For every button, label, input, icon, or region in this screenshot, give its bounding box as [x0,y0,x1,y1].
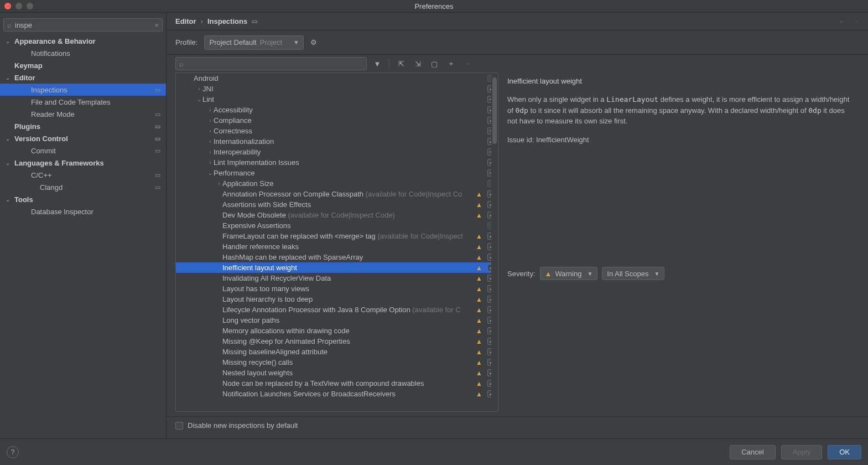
inspection-row[interactable]: Layout has too many views ▲ [176,283,498,294]
inspection-row[interactable]: ›Internationalization [176,136,498,147]
sidebar-item-reader-mode[interactable]: Reader Mode▭ [0,108,166,120]
inspection-label: Missing @Keep for Animated Properties [222,337,473,345]
severity-dropdown[interactable]: ▲ Warning ▼ [540,267,598,280]
inspection-tree[interactable]: Android ›JNI ⌄Lint ›Accessibility ›Compl… [175,73,498,412]
scrollbar[interactable] [491,73,498,411]
disable-new-label: Disable new inspections by default [188,421,298,430]
inspection-label: Application Size [222,179,473,188]
sidebar-item-commit[interactable]: Commit▭ [0,144,166,157]
sidebar-item-database-inspector[interactable]: Database Inspector [0,205,166,218]
filter-icon[interactable]: ▼ [371,58,383,70]
inspection-row[interactable]: Annotation Processor on Compile Classpat… [176,189,498,199]
inspection-row[interactable]: Dev Mode Obsolete (available for Code|In… [176,210,498,220]
inspection-row[interactable]: Nested layout weights ▲ [176,368,498,378]
gear-icon[interactable]: ⚙ [310,38,317,46]
inspection-row[interactable]: Invalidating All RecyclerView Data ▲ [176,273,498,283]
inspection-row[interactable]: ›Compliance [176,115,498,126]
add-icon[interactable]: ＋ [445,58,457,70]
inspection-row[interactable]: Missing baselineAligned attribute ▲ [176,347,498,357]
inspection-row[interactable]: Node can be replaced by a TextView with … [176,378,498,389]
warning-icon: ▲ [475,296,483,303]
inspection-row[interactable]: Missing recycle() calls ▲ [176,357,498,368]
inspection-row[interactable]: Notification Launches Services or Broadc… [176,389,498,399]
inspection-row[interactable]: ›Accessibility [176,105,498,115]
inspection-label: Nested layout weights [222,369,473,377]
warning-icon: ▲ [475,275,483,282]
sidebar-item-keymap[interactable]: Keymap [0,59,166,71]
project-indicator-icon: ▭ [155,147,160,154]
inspection-label: Expensive Assertions [222,221,473,230]
window-controls [4,3,33,9]
inspection-row[interactable]: Assertions with Side Effects ▲ [176,199,498,210]
inspection-label: JNI [202,85,473,93]
chevron-icon: › [207,149,214,155]
ok-button[interactable]: OK [828,445,861,459]
scrollbar-thumb[interactable] [492,78,497,144]
caret-down-icon: ▼ [294,39,299,45]
apply-button[interactable]: Apply [781,445,823,459]
inspection-label: Correctness [214,127,473,135]
sidebar-item-file-and-code-templates[interactable]: File and Code Templates [0,96,166,108]
sidebar-item-plugins[interactable]: Plugins▭ [0,120,166,132]
sidebar-item-editor[interactable]: ⌄Editor [0,71,166,84]
inspection-row[interactable]: Inefficient layout weight ▲ [176,262,498,273]
inspection-row[interactable]: FrameLayout can be replaced with <merge>… [176,231,498,241]
warning-icon: ▲ [475,285,483,293]
sidebar-item-tools[interactable]: ⌄Tools [0,193,166,205]
inspection-row[interactable]: Lifecycle Annotation Processor with Java… [176,304,498,315]
sidebar-item-label: Reader Mode [31,110,155,118]
chevron-icon: › [207,107,214,113]
reset-icon[interactable]: ▢ [428,58,440,70]
inspection-row[interactable]: ⌄Lint [176,94,498,105]
collapse-all-icon[interactable]: ⇲ [412,58,424,70]
forward-icon[interactable]: → [852,17,859,25]
sidebar-search[interactable]: ⌕ × [3,18,163,32]
chevron-icon: › [196,86,202,92]
inspection-search[interactable]: ⌕ [175,57,367,70]
close-window-button[interactable] [4,3,11,9]
cancel-button[interactable]: Cancel [730,445,775,459]
remove-icon[interactable]: － [461,58,474,70]
inspection-row[interactable]: Missing @Keep for Animated Properties ▲ [176,336,498,347]
inspection-row[interactable]: Handler reference leaks ▲ [176,241,498,252]
inspection-row[interactable]: Memory allocations within drawing code ▲ [176,326,498,336]
inspection-row[interactable]: Expensive Assertions [176,220,498,231]
description-body: When only a single widget in a LinearLay… [507,94,855,127]
scope-dropdown[interactable]: In All Scopes ▼ [602,267,664,280]
warning-icon: ▲ [475,211,483,219]
sidebar-item-appearance-behavior[interactable]: ⌄Appearance & Behavior [0,35,166,47]
sidebar-search-input[interactable] [15,21,154,29]
expand-all-icon[interactable]: ⇱ [395,58,407,70]
inspection-row[interactable]: ›Application Size [176,178,498,189]
chevron-icon: ⌄ [6,197,12,203]
inspection-label: Handler reference leaks [222,242,473,251]
inspection-row[interactable]: ›Lint Implementation Issues [176,157,498,168]
inspection-row[interactable]: Android [176,73,498,84]
warning-icon: ▲ [475,243,483,251]
warning-icon: ▲ [475,369,483,377]
inspection-row[interactable]: Layout hierarchy is too deep ▲ [176,294,498,304]
sidebar-item-clangd[interactable]: Clangd▭ [0,181,166,193]
sidebar-item-notifications[interactable]: Notifications [0,47,166,59]
inspection-row[interactable]: HashMap can be replaced with SparseArray… [176,252,498,262]
sidebar-item-inspections[interactable]: Inspections▭ [0,84,166,96]
sidebar-item-label: Editor [14,74,160,82]
minimize-window-button[interactable] [15,3,22,9]
profile-dropdown[interactable]: Project Default Project ▼ [204,35,304,50]
inspection-row[interactable]: ›JNI [176,84,498,94]
profile-label: Profile: [175,38,197,46]
sidebar-item-c-c-[interactable]: C/C++▭ [0,169,166,181]
inspection-row[interactable]: ⌄Performance [176,168,498,178]
back-icon[interactable]: ← [838,17,845,25]
disable-new-checkbox[interactable] [175,422,183,430]
maximize-window-button[interactable] [27,3,33,9]
inspection-row[interactable]: ›Interoperability [176,147,498,157]
chevron-icon: ⌄ [196,96,202,102]
sidebar-item-languages-frameworks[interactable]: ⌄Languages & Frameworks [0,157,166,169]
inspection-row[interactable]: Long vector paths ▲ [176,315,498,326]
help-icon[interactable]: ? [7,446,19,458]
inspection-row[interactable]: ›Correctness [176,126,498,136]
sidebar-item-version-control[interactable]: ⌄Version Control▭ [0,132,166,144]
inspection-label: Layout has too many views [222,285,473,293]
clear-search-icon[interactable]: × [154,21,159,29]
